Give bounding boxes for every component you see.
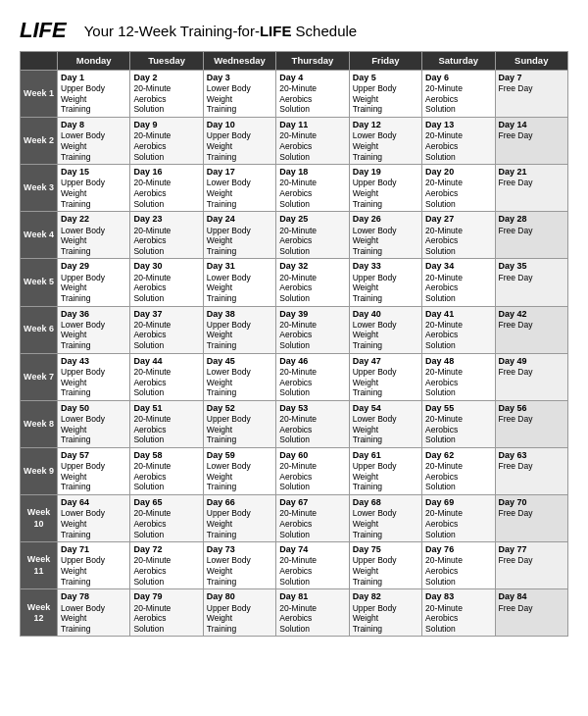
day-activity: Free Day bbox=[499, 226, 533, 235]
day-activity: 20-Minute bbox=[133, 83, 171, 93]
day-activity: Upper Body bbox=[353, 83, 397, 93]
day-number: Day 48 bbox=[425, 356, 454, 366]
day-activity: Training bbox=[353, 435, 382, 444]
day-number: Day 7 bbox=[499, 73, 522, 82]
day-activity: 20-Minute bbox=[279, 508, 317, 518]
day-activity: Free Day bbox=[499, 320, 533, 330]
day-activity: Solution bbox=[133, 152, 164, 162]
day-number: Day 17 bbox=[207, 167, 235, 177]
day-activity: Aerobics bbox=[425, 141, 458, 151]
day-activity: Weight bbox=[207, 235, 232, 245]
day-activity: Solution bbox=[425, 152, 456, 162]
day-cell: Day 3420-MinuteAerobicsSolution bbox=[422, 259, 495, 306]
day-number: Day 57 bbox=[61, 450, 89, 460]
day-number: Day 53 bbox=[279, 403, 308, 413]
week-label: Week 2 bbox=[21, 118, 58, 165]
day-cell: Day 26Lower BodyWeightTraining bbox=[349, 212, 421, 259]
day-activity: Aerobics bbox=[279, 330, 312, 339]
day-cell: Day 15Upper BodyWeightTraining bbox=[58, 165, 130, 212]
day-number: Day 29 bbox=[61, 261, 89, 271]
day-activity: 20-Minute bbox=[279, 603, 317, 613]
day-cell: Day 33Upper BodyWeightTraining bbox=[349, 259, 421, 306]
day-activity: Training bbox=[61, 387, 90, 397]
day-activity: Aerobics bbox=[133, 330, 166, 339]
day-number: Day 58 bbox=[133, 450, 162, 460]
day-activity: Aerobics bbox=[279, 188, 312, 198]
day-activity: Upper Body bbox=[207, 603, 251, 613]
week-row: Week 1Day 1Upper BodyWeightTrainingDay 2… bbox=[21, 70, 568, 117]
week-row: Week 5Day 29Upper BodyWeightTrainingDay … bbox=[21, 259, 568, 306]
day-cell: Day 61Upper BodyWeightTraining bbox=[349, 447, 421, 494]
day-number: Day 55 bbox=[425, 403, 454, 413]
day-cell: Day 7220-MinuteAerobicsSolution bbox=[130, 542, 203, 589]
day-cell: Day 7420-MinuteAerobicsSolution bbox=[276, 542, 349, 589]
day-activity: Aerobics bbox=[133, 141, 166, 151]
day-activity: Aerobics bbox=[279, 566, 312, 576]
day-activity: Training bbox=[207, 482, 236, 491]
day-cell: Day 10Upper BodyWeightTraining bbox=[203, 118, 275, 165]
day-cell: Day 5820-MinuteAerobicsSolution bbox=[130, 447, 203, 494]
day-number: Day 1 bbox=[61, 73, 84, 82]
day-activity: Solution bbox=[133, 293, 164, 303]
day-number: Day 35 bbox=[499, 261, 527, 271]
day-cell: Day 3720-MinuteAerobicsSolution bbox=[130, 306, 203, 353]
day-number: Day 46 bbox=[279, 356, 308, 366]
day-activity: Lower Body bbox=[207, 555, 251, 565]
day-cell: Day 17Lower BodyWeightTraining bbox=[203, 165, 275, 212]
day-number: Day 5 bbox=[353, 73, 376, 82]
day-activity: 20-Minute bbox=[133, 555, 171, 565]
day-activity: Aerobics bbox=[133, 613, 166, 623]
day-activity: Solution bbox=[133, 435, 164, 444]
day-number: Day 54 bbox=[353, 403, 381, 413]
day-number: Day 39 bbox=[279, 309, 308, 319]
day-cell: Day 29Upper BodyWeightTraining bbox=[58, 259, 130, 306]
day-number: Day 73 bbox=[207, 544, 235, 554]
day-activity: Upper Body bbox=[61, 178, 105, 187]
week-row: Week 7Day 43Upper BodyWeightTrainingDay … bbox=[21, 353, 568, 400]
day-activity: Lower Body bbox=[61, 508, 105, 518]
day-activity: Lower Body bbox=[353, 226, 397, 235]
day-cell: Day 50Lower BodyWeightTraining bbox=[58, 400, 130, 447]
day-activity: Free Day bbox=[499, 414, 533, 424]
day-activity: Upper Body bbox=[207, 320, 251, 330]
day-activity: Solution bbox=[425, 435, 456, 444]
week-label: Week 5 bbox=[21, 259, 58, 306]
day-activity: Training bbox=[207, 340, 236, 350]
day-activity: Solution bbox=[279, 387, 310, 397]
week-label: Week 3 bbox=[21, 165, 58, 212]
day-activity: Aerobics bbox=[425, 519, 458, 529]
day-cell: Day 22Lower BodyWeightTraining bbox=[58, 212, 130, 259]
day-activity: 20-Minute bbox=[133, 367, 171, 377]
day-activity: Weight bbox=[207, 94, 232, 104]
day-cell: Day 6920-MinuteAerobicsSolution bbox=[422, 495, 495, 542]
day-cell: Day 5320-MinuteAerobicsSolution bbox=[276, 400, 349, 447]
day-number: Day 40 bbox=[353, 309, 381, 319]
day-cell: Day 8120-MinuteAerobicsSolution bbox=[276, 589, 349, 637]
day-activity: Weight bbox=[207, 613, 232, 623]
day-activity: 20-Minute bbox=[425, 367, 463, 377]
day-number: Day 52 bbox=[207, 403, 235, 413]
day-activity: Solution bbox=[279, 530, 310, 539]
day-activity: Weight bbox=[61, 94, 86, 104]
day-activity: Aerobics bbox=[425, 188, 458, 198]
day-activity: Lower Body bbox=[61, 130, 105, 140]
day-activity: Solution bbox=[279, 199, 310, 209]
day-activity: Upper Body bbox=[207, 414, 251, 424]
day-activity: Weight bbox=[61, 330, 86, 339]
day-activity: 20-Minute bbox=[425, 320, 463, 330]
day-cell: Day 78Lower BodyWeightTraining bbox=[58, 589, 130, 637]
day-number: Day 10 bbox=[207, 120, 235, 129]
day-cell: Day 80Upper BodyWeightTraining bbox=[203, 589, 275, 637]
day-activity: Solution bbox=[425, 104, 456, 114]
day-cell: Day 84Free Day bbox=[495, 589, 567, 637]
title-pre: Your 12-Week Training-for- bbox=[84, 23, 260, 39]
day-activity: Solution bbox=[133, 199, 164, 209]
day-activity: Weight bbox=[61, 566, 86, 576]
day-activity: Training bbox=[207, 152, 236, 162]
day-activity: 20-Minute bbox=[279, 367, 317, 377]
day-cell: Day 4120-MinuteAerobicsSolution bbox=[422, 306, 495, 353]
day-number: Day 32 bbox=[279, 261, 308, 271]
day-activity: Weight bbox=[353, 330, 378, 339]
day-activity: Lower Body bbox=[61, 414, 105, 424]
day-activity: Training bbox=[353, 624, 382, 634]
